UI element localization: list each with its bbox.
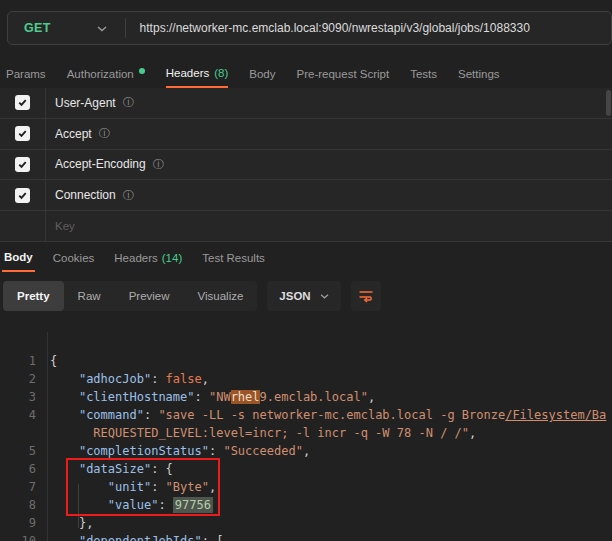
header-key-label[interactable]: User-Agent [55,96,116,110]
info-icon[interactable]: ⓘ [99,126,111,141]
code-line: 1{ [0,352,612,370]
view-mode-preview[interactable]: Preview [115,281,184,311]
view-mode-raw[interactable]: Raw [64,281,115,311]
response-tab-cookies[interactable]: Cookies [51,244,97,272]
wrap-lines-icon [358,289,374,303]
headers-count-badge: (8) [214,67,228,79]
checkbox-accept[interactable] [15,126,30,141]
code-line: 3 "clientHostname": "NWrhel9.emclab.loca… [0,388,612,406]
code-line: REQUESTED_LEVEL:level=incr; -l incr -q -… [0,424,612,442]
header-key-label[interactable]: Connection [55,188,116,202]
response-tab-test-results[interactable]: Test Results [200,244,267,272]
tab-authorization[interactable]: Authorization [67,60,145,88]
header-key-label[interactable]: Accept-Encoding [55,157,146,171]
header-row-connection: Connectionⓘ [0,180,612,211]
info-icon[interactable]: ⓘ [123,188,135,203]
request-tabs: Params Authorization Headers (8) Body Pr… [6,60,500,88]
headers-editor-table: User-Agentⓘ Acceptⓘ Accept-Encodingⓘ Con… [0,88,612,242]
tab-headers[interactable]: Headers (8) [166,60,229,88]
response-tab-headers[interactable]: Headers (14) [112,244,184,272]
language-select[interactable]: JSON [267,281,340,311]
chevron-down-icon[interactable] [97,26,107,32]
tab-tests[interactable]: Tests [410,60,437,88]
code-line: 4 "command": "save -LL -s networker-mc.e… [0,406,612,424]
http-method-select[interactable]: GET [8,21,51,35]
info-icon[interactable]: ⓘ [123,95,135,110]
checkbox-user-agent[interactable] [15,95,30,110]
code-line: 9 }, [0,514,612,532]
tab-params[interactable]: Params [6,60,46,88]
view-mode-visualize[interactable]: Visualize [184,281,258,311]
view-mode-segmented-control: Pretty Raw Preview Visualize [3,281,257,311]
header-row-user-agent: User-Agentⓘ [0,88,612,119]
response-tabs: Body Cookies Headers (14) Test Results [2,244,267,272]
chevron-down-icon [320,294,329,299]
request-url-bar: GET https://networker-mc.emclab.local:90… [7,11,612,45]
scrollbar-thumb[interactable] [606,90,611,116]
response-body-editor[interactable]: 1{2 "adhocJob": false,3 "clientHostname"… [0,332,612,541]
url-input[interactable]: https://networker-mc.emclab.local:9090/n… [126,21,530,35]
code-line: 10 "dependentJobIds": [ [0,532,612,541]
info-icon[interactable]: ⓘ [153,157,165,172]
response-tab-body[interactable]: Body [2,244,35,272]
authorization-status-dot [139,68,145,74]
header-key-label[interactable]: Accept [55,127,92,141]
view-mode-pretty[interactable]: Pretty [3,281,64,311]
tab-pre-request-script[interactable]: Pre-request Script [297,60,390,88]
checkbox-connection[interactable] [15,188,30,203]
tab-body[interactable]: Body [249,60,275,88]
tab-settings[interactable]: Settings [458,60,500,88]
header-row-accept-encoding: Accept-Encodingⓘ [0,150,612,181]
header-row-new [0,211,612,242]
wrap-lines-button[interactable] [351,281,381,311]
checkbox-accept-encoding[interactable] [15,157,30,172]
response-view-toolbar: Pretty Raw Preview Visualize JSON [3,281,381,311]
header-row-accept: Acceptⓘ [0,119,612,150]
code-line: 2 "adhocJob": false, [0,370,612,388]
highlight-annotation-rectangle [66,458,220,516]
response-headers-count-badge: (14) [162,252,182,264]
new-header-key-input[interactable] [46,220,346,232]
